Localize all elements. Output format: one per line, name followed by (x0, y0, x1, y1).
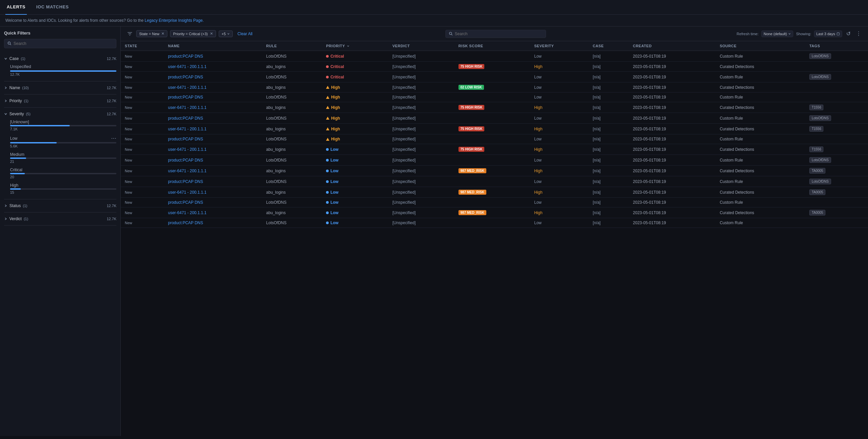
filter-icon-button[interactable] (126, 30, 133, 37)
cell-name[interactable]: product:PCAP DNS (164, 176, 262, 187)
filter-header-verdict[interactable]: Verdict (1) 12.7K (4, 215, 116, 223)
cell-rule: abu_logins (262, 144, 322, 155)
alert-name-link[interactable]: product:PCAP DNS (168, 75, 203, 79)
table-row[interactable]: Newuser-6471 - 200.1.1.1abu_loginsHigh[U… (121, 102, 868, 113)
cell-risk-score: 75 HIGH RISK (455, 124, 530, 134)
cell-created: 2023-05-01T08:19 (629, 155, 716, 166)
col-case[interactable]: CASE (589, 41, 629, 51)
cell-name[interactable]: user-6471 - 200.1.1.1 (164, 187, 262, 198)
cell-priority: High (322, 124, 389, 134)
col-verdict[interactable]: VERDICT (389, 41, 455, 51)
cell-name[interactable]: user-6471 - 200.1.1.1 (164, 144, 262, 155)
svg-rect-4 (837, 33, 839, 35)
col-priority[interactable]: PRIORITY (322, 41, 389, 51)
alert-name-link[interactable]: product:PCAP DNS (168, 54, 203, 59)
cell-priority: Low (322, 144, 389, 155)
cell-name[interactable]: product:PCAP DNS (164, 198, 262, 207)
cell-verdict: [Unspecified] (389, 187, 455, 198)
col-state[interactable]: STATE (121, 41, 164, 51)
filter-header-status[interactable]: Status (1) 12.7K (4, 202, 116, 209)
refresh-time-select[interactable]: None (default) (761, 31, 794, 37)
table-row[interactable]: Newproduct:PCAP DNSLotsOfDNSLow[Unspecif… (121, 198, 868, 207)
cell-name[interactable]: product:PCAP DNS (164, 93, 262, 102)
table-row[interactable]: Newproduct:PCAP DNSLotsOfDNSLow[Unspecif… (121, 218, 868, 228)
filter-header-case[interactable]: Case (1) 12.7K (4, 55, 116, 62)
col-name[interactable]: NAME (164, 41, 262, 51)
alert-name-link[interactable]: user-6471 - 200.1.1.1 (168, 147, 207, 152)
cell-name[interactable]: user-6471 - 200.1.1.1 (164, 207, 262, 218)
cell-name[interactable]: user-6471 - 200.1.1.1 (164, 166, 262, 176)
table-row[interactable]: Newuser-6471 - 200.1.1.1abu_loginsLow[Un… (121, 144, 868, 155)
filter-header-priority[interactable]: Priority (1) 12.7K (4, 97, 116, 105)
cell-name[interactable]: product:PCAP DNS (164, 113, 262, 124)
clear-all-button[interactable]: Clear All (236, 31, 254, 37)
main-search-input[interactable] (455, 32, 542, 36)
tag-badge: LotsOfDNS (809, 179, 831, 184)
alert-name-link[interactable]: user-6471 - 200.1.1.1 (168, 85, 207, 90)
col-severity[interactable]: SEVERITY (530, 41, 589, 51)
alert-name-link[interactable]: user-6471 - 200.1.1.1 (168, 127, 207, 131)
alert-name-link[interactable]: user-6471 - 200.1.1.1 (168, 169, 207, 173)
table-row[interactable]: Newproduct:PCAP DNSLotsOfDNSLow[Unspecif… (121, 155, 868, 166)
legacy-link[interactable]: Legacy Enterprise Insights Page. (145, 18, 204, 23)
chevron-down-icon-severity (4, 112, 7, 115)
tab-alerts[interactable]: ALERTS (5, 0, 27, 15)
alert-name-link[interactable]: product:PCAP DNS (168, 95, 203, 100)
alert-name-link[interactable]: user-6471 - 200.1.1.1 (168, 64, 207, 69)
chip-priority-remove[interactable]: ✕ (210, 32, 213, 36)
filter-header-severity[interactable]: Severity (5) 12.7K (4, 110, 116, 117)
alert-name-link[interactable]: product:PCAP DNS (168, 221, 203, 225)
severity-low-options[interactable]: ⋯ (111, 135, 116, 141)
table-row[interactable]: Newproduct:PCAP DNSLotsOfDNSCritical[Uns… (121, 51, 868, 62)
alert-name-link[interactable]: product:PCAP DNS (168, 158, 203, 163)
col-source[interactable]: SOURCE (716, 41, 805, 51)
cell-name[interactable]: product:PCAP DNS (164, 218, 262, 228)
cell-created: 2023-05-01T08:19 (629, 102, 716, 113)
alert-name-link[interactable]: product:PCAP DNS (168, 116, 203, 121)
cell-name[interactable]: product:PCAP DNS (164, 51, 262, 62)
table-row[interactable]: Newuser-6471 - 200.1.1.1abu_loginsHigh[U… (121, 82, 868, 93)
sidebar-search-box[interactable] (4, 39, 116, 48)
cell-name[interactable]: user-6471 - 200.1.1.1 (164, 102, 262, 113)
chip-state-new-remove[interactable]: ✕ (161, 32, 164, 36)
col-tags[interactable]: TAGS (805, 41, 868, 51)
cell-source: Custom Rule (716, 113, 805, 124)
alert-name-link[interactable]: user-6471 - 200.1.1.1 (168, 210, 207, 215)
alert-name-link[interactable]: user-6471 - 200.1.1.1 (168, 105, 207, 110)
table-row[interactable]: Newproduct:PCAP DNSLotsOfDNSHigh[Unspeci… (121, 93, 868, 102)
cell-name[interactable]: user-6471 - 200.1.1.1 (164, 124, 262, 134)
table-row[interactable]: Newproduct:PCAP DNSLotsOfDNSLow[Unspecif… (121, 176, 868, 187)
chip-plus-five[interactable]: +5 (219, 31, 233, 37)
table-row[interactable]: Newproduct:PCAP DNSLotsOfDNSHigh[Unspeci… (121, 134, 868, 144)
cell-name[interactable]: product:PCAP DNS (164, 155, 262, 166)
tab-ioc-matches[interactable]: IOC MATCHES (35, 0, 70, 15)
alert-name-link[interactable]: product:PCAP DNS (168, 179, 203, 184)
table-row[interactable]: Newuser-6471 - 200.1.1.1abu_loginsLow[Un… (121, 166, 868, 176)
table-row[interactable]: Newproduct:PCAP DNSLotsOfDNSCritical[Uns… (121, 72, 868, 82)
refresh-button[interactable]: ↺ (845, 29, 852, 38)
table-row[interactable]: Newuser-6471 - 200.1.1.1abu_loginsLow[Un… (121, 187, 868, 198)
col-created[interactable]: CREATED (629, 41, 716, 51)
more-options-button[interactable]: ⋮ (855, 29, 863, 38)
table-row[interactable]: Newuser-6471 - 200.1.1.1abu_loginsLow[Un… (121, 207, 868, 218)
cell-name[interactable]: product:PCAP DNS (164, 134, 262, 144)
cell-verdict: [Unspecified] (389, 93, 455, 102)
table-row[interactable]: Newproduct:PCAP DNSLotsOfDNSHigh[Unspeci… (121, 113, 868, 124)
filter-header-name[interactable]: Name (10) 12.7K (4, 84, 116, 92)
cell-name[interactable]: user-6471 - 200.1.1.1 (164, 82, 262, 93)
alert-name-link[interactable]: product:PCAP DNS (168, 200, 203, 205)
risk-score-badge: 987 MED_RISK (459, 210, 486, 215)
col-rule[interactable]: RULE (262, 41, 322, 51)
table-row[interactable]: Newuser-6471 - 200.1.1.1abu_loginsCritic… (121, 62, 868, 72)
svg-line-1 (10, 44, 11, 45)
showing-select[interactable]: Last 3 days (814, 31, 842, 37)
cell-name[interactable]: product:PCAP DNS (164, 72, 262, 82)
cell-tags: LotsOfDNS (805, 113, 868, 124)
main-search-box[interactable] (445, 30, 546, 38)
alert-name-link[interactable]: product:PCAP DNS (168, 137, 203, 141)
sidebar-search-input[interactable] (13, 41, 113, 46)
alert-name-link[interactable]: user-6471 - 200.1.1.1 (168, 190, 207, 195)
table-row[interactable]: Newuser-6471 - 200.1.1.1abu_loginsHigh[U… (121, 124, 868, 134)
col-risk-score[interactable]: RISK SCORE (455, 41, 530, 51)
cell-name[interactable]: user-6471 - 200.1.1.1 (164, 62, 262, 72)
